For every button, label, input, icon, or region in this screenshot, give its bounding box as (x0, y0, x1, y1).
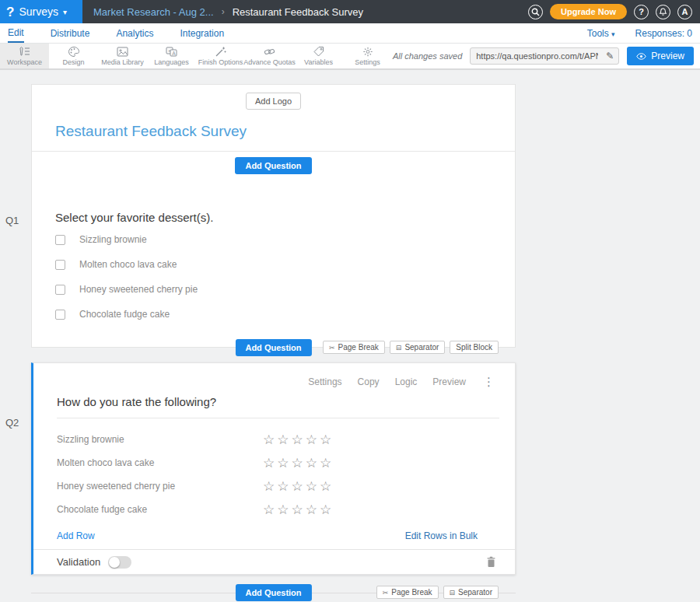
matrix-row-label[interactable]: Chocolate fudge cake (33, 504, 263, 515)
notifications-button[interactable] (656, 5, 670, 19)
separator-icon: ⊟ (450, 589, 456, 597)
add-question-button-bottom[interactable]: Add Question (235, 584, 311, 601)
tab-integration[interactable]: Integration (180, 24, 224, 42)
toolbar-item-workspace[interactable]: Workspace (0, 44, 49, 68)
page-break-button[interactable]: ✂Page Break (376, 586, 439, 599)
surveys-app-menu[interactable]: ? Surveys ▾ (0, 0, 82, 23)
q1-option-row[interactable]: Chocolate fudge cake (32, 302, 515, 327)
toolbar-item-advance-quotas[interactable]: Advance Quotas (245, 44, 294, 68)
survey-block-2-selected[interactable]: Settings Copy Logic Preview ⋮ How do you… (31, 362, 516, 575)
question-number-q2: Q2 (5, 417, 19, 429)
star-icon[interactable]: ☆ (292, 503, 303, 516)
tools-dropdown[interactable]: Tools ▾ (587, 28, 615, 39)
responses-count[interactable]: Responses: 0 (635, 28, 692, 39)
help-button[interactable]: ? (634, 5, 649, 19)
toolbar-label: Design (62, 58, 84, 66)
edit-rows-in-bulk-link[interactable]: Edit Rows in Bulk (405, 530, 492, 541)
q2-copy-link[interactable]: Copy (358, 376, 380, 387)
toolbar-item-settings[interactable]: Settings (343, 44, 392, 68)
q1-option-row[interactable]: Honey sweetened cherry pie (32, 277, 515, 302)
add-row-link[interactable]: Add Row (57, 530, 95, 541)
matrix-row: Chocolate fudge cake ☆☆☆☆☆ (33, 498, 515, 521)
q1-option-row[interactable]: Molten choco lava cake (32, 252, 515, 277)
q2-settings-link[interactable]: Settings (308, 376, 341, 387)
translate-icon: x A (165, 46, 178, 58)
workspace-icon (18, 46, 31, 58)
matrix-row-label[interactable]: Honey sweetened cherry pie (33, 481, 263, 492)
star-icon[interactable]: ☆ (277, 457, 289, 470)
survey-title[interactable]: Restaurant Feedback Survey (32, 110, 515, 151)
q1-option-row[interactable]: Sizzling brownie (32, 227, 515, 252)
tab-edit[interactable]: Edit (8, 23, 24, 43)
preview-button[interactable]: Preview (627, 47, 694, 65)
toolbar-item-design[interactable]: Design (49, 44, 98, 68)
q2-question-text[interactable]: How do you rate the following? (33, 389, 515, 418)
bell-icon (659, 8, 667, 16)
checkbox-icon[interactable] (55, 310, 65, 320)
star-icon[interactable]: ☆ (306, 433, 317, 446)
toolbar-label: Languages (154, 58, 189, 66)
star-icon[interactable]: ☆ (292, 457, 303, 470)
search-button[interactable] (528, 5, 543, 19)
tag-icon (313, 46, 325, 58)
star-icon[interactable]: ☆ (263, 480, 275, 493)
q1-option-label: Sizzling brownie (79, 234, 147, 245)
matrix-row: Molten choco lava cake ☆☆☆☆☆ (33, 451, 515, 474)
validation-toggle[interactable] (108, 556, 131, 569)
q1-question-text[interactable]: Select your favorite dessert(s). (32, 180, 515, 227)
tab-analytics[interactable]: Analytics (116, 24, 153, 42)
star-icon[interactable]: ☆ (306, 503, 317, 516)
add-logo-button[interactable]: Add Logo (246, 93, 301, 110)
toolbar-item-languages[interactable]: x A Languages (147, 44, 196, 68)
checkbox-icon[interactable] (55, 260, 65, 270)
separator-button[interactable]: ⊟Separator (390, 341, 445, 354)
star-icon[interactable]: ☆ (292, 480, 303, 493)
star-icon[interactable]: ☆ (320, 480, 331, 493)
account-avatar[interactable]: A (677, 5, 692, 19)
toolbar-item-finish-options[interactable]: Finish Options (196, 44, 245, 68)
star-icon[interactable]: ☆ (292, 433, 303, 446)
star-icon[interactable]: ☆ (263, 503, 275, 516)
add-question-button-mid[interactable]: Add Question (235, 339, 311, 356)
split-block-button[interactable]: Split Block (450, 341, 499, 354)
add-question-button-top[interactable]: Add Question (235, 157, 311, 174)
survey-url-input[interactable] (471, 51, 601, 61)
breadcrumb: Market Research - Aug 2... › Restaurant … (93, 6, 363, 18)
more-options-icon[interactable]: ⋮ (481, 375, 496, 389)
upgrade-now-button[interactable]: Upgrade Now (550, 4, 627, 19)
breadcrumb-folder[interactable]: Market Research - Aug 2... (93, 6, 214, 18)
block-boundary-actions-2: Add Question ✂Page Break ⊟Separator (31, 585, 516, 600)
block-boundary-actions-1: Add Question ✂Page Break ⊟Separator Spli… (31, 340, 516, 355)
star-icon[interactable]: ☆ (320, 503, 331, 516)
magic-wand-icon (214, 46, 227, 58)
q2-preview-link[interactable]: Preview (432, 376, 466, 387)
checkbox-icon[interactable] (55, 285, 65, 295)
star-icon[interactable]: ☆ (306, 457, 317, 470)
search-icon (531, 8, 540, 16)
q2-logic-link[interactable]: Logic (395, 376, 418, 387)
toolbar-item-variables[interactable]: Variables (294, 44, 343, 68)
edit-url-icon[interactable]: ✎ (601, 51, 618, 61)
matrix-row-label[interactable]: Sizzling brownie (33, 434, 263, 445)
checkbox-icon[interactable] (55, 235, 65, 245)
matrix-row-label[interactable]: Molten choco lava cake (33, 457, 263, 468)
page-break-button[interactable]: ✂Page Break (323, 341, 385, 354)
star-icon[interactable]: ☆ (277, 433, 289, 446)
toolbar-item-media-library[interactable]: Media Library (98, 44, 147, 68)
star-icon[interactable]: ☆ (277, 503, 289, 516)
star-icon[interactable]: ☆ (306, 480, 317, 493)
image-icon (116, 46, 129, 58)
trash-icon (486, 556, 496, 568)
star-rating: ☆☆☆☆☆ (263, 503, 331, 516)
separator-button[interactable]: ⊟Separator (443, 586, 499, 599)
tab-distribute[interactable]: Distribute (51, 24, 90, 42)
star-icon[interactable]: ☆ (320, 457, 331, 470)
toggle-knob (109, 557, 120, 568)
star-icon[interactable]: ☆ (263, 457, 275, 470)
delete-question-button[interactable] (486, 556, 496, 568)
topbar-actions: Upgrade Now ? A (528, 4, 700, 19)
star-icon[interactable]: ☆ (320, 433, 331, 446)
survey-url-group: ✎ (470, 47, 619, 65)
star-icon[interactable]: ☆ (277, 480, 289, 493)
star-icon[interactable]: ☆ (263, 433, 275, 446)
